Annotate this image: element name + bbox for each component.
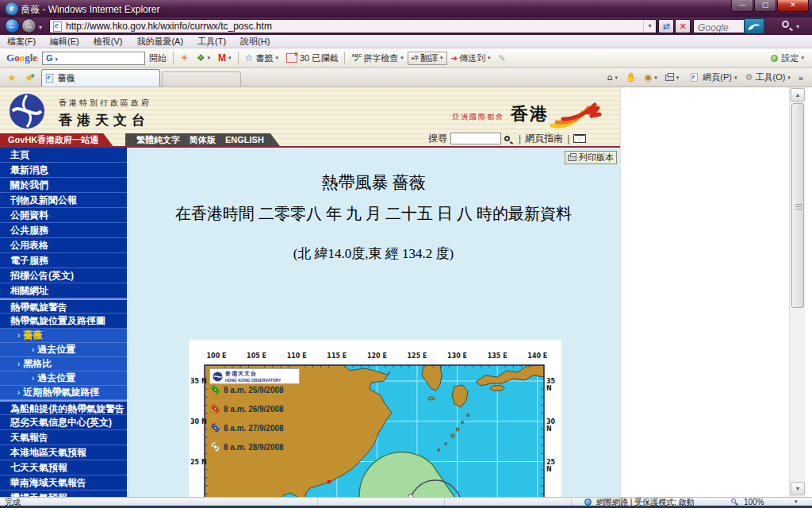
- sidebar-item[interactable]: 為船舶提供的熱帶氣旋警告: [0, 400, 127, 415]
- address-input[interactable]: [66, 21, 643, 32]
- sidebar-subitem[interactable]: ›黑格比: [0, 357, 127, 371]
- menu-item[interactable]: 說明(H): [233, 36, 277, 48]
- highlight-icon[interactable]: ✎: [495, 53, 510, 64]
- google-search-field[interactable]: G: [42, 52, 145, 65]
- cyclone-symbol-icon: [211, 384, 220, 397]
- contact-mail-icon[interactable]: [573, 134, 586, 143]
- google-start-button[interactable]: 開始: [145, 52, 170, 64]
- brand-tagline: 亞洲國際都會: [452, 112, 504, 122]
- address-bar[interactable]: ▾: [49, 19, 657, 33]
- sidebar-item[interactable]: 關於我們: [0, 178, 127, 193]
- zoom-dropdown-icon[interactable]: ▾: [795, 498, 798, 505]
- add-favorite-icon[interactable]: ★: [21, 71, 38, 85]
- tab-active[interactable]: 薔薇: [41, 69, 160, 87]
- hko-logo: [8, 92, 46, 133]
- menu-item[interactable]: 工具(T): [190, 36, 233, 48]
- submenu-arrow-icon: ›: [32, 374, 34, 383]
- storm-subtitle: 在香港時間 二零零八 年 九 月 二十五 日 八 時的最新資料: [127, 203, 620, 225]
- sidebar-subitem[interactable]: ›過去位置: [0, 371, 127, 386]
- close-button[interactable]: ✕: [777, 0, 809, 12]
- language-tab[interactable]: ENGLISH: [225, 133, 264, 146]
- scrollbar-thumb[interactable]: [791, 103, 804, 308]
- sidebar-item[interactable]: 華南海域天氣報告: [0, 475, 127, 491]
- favorites-star-icon[interactable]: ★: [3, 71, 21, 85]
- zoom-icon: [731, 498, 736, 503]
- quick-tabs-icon[interactable]: ✋: [622, 72, 641, 83]
- search-go-icon[interactable]: [782, 21, 789, 28]
- google-g-icon[interactable]: G: [43, 53, 59, 63]
- govhk-tab[interactable]: GovHK香港政府一站通: [0, 133, 113, 146]
- lon-label: 135 E: [488, 352, 508, 360]
- sidebar-item[interactable]: 主頁: [0, 148, 127, 163]
- tools-menu-button[interactable]: ⚙ 工具(O): [741, 71, 795, 83]
- apps-icon[interactable]: ❖: [193, 52, 214, 64]
- address-dropdown-icon[interactable]: ▾: [643, 20, 656, 33]
- home-button[interactable]: ⌂: [603, 72, 622, 83]
- site-title: 香港天文台: [59, 111, 151, 129]
- refresh-button[interactable]: ⇄: [658, 19, 674, 33]
- stop-button[interactable]: ✕: [675, 19, 691, 33]
- overflow-chevron-icon[interactable]: »: [795, 73, 807, 83]
- sidebar-item[interactable]: 刊物及新聞公報: [0, 193, 127, 208]
- sidebar-item[interactable]: 電子服務: [0, 253, 127, 268]
- bookmarks-button[interactable]: ☆ 書籤: [241, 52, 282, 64]
- lon-label: 105 E: [247, 352, 266, 360]
- vertical-scrollbar[interactable]: ▲ ▼: [789, 87, 805, 497]
- legend-label: 8 a.m. 28/9/2008: [224, 443, 284, 452]
- site-search-icon[interactable]: [504, 136, 510, 141]
- sidebar-subitem[interactable]: ›薔薇: [0, 329, 127, 343]
- send-to-button[interactable]: ➜傳送到: [447, 52, 495, 64]
- sidebar-subitem[interactable]: ›過去位置: [0, 343, 127, 357]
- cyclone-symbol-icon: [211, 403, 220, 416]
- sidebar-item[interactable]: 公用表格: [0, 238, 127, 253]
- sidebar-item[interactable]: 熱帶氣旋警告: [0, 298, 127, 314]
- print-button[interactable]: [661, 75, 684, 81]
- gmail-button[interactable]: M: [214, 52, 236, 64]
- print-version-button[interactable]: 列印版本: [565, 151, 617, 164]
- page-menu-button[interactable]: 網頁(P): [683, 71, 741, 83]
- language-tab[interactable]: 简体版: [190, 133, 216, 146]
- page-viewport: 香港特別行政區政府 香港天文台 亞洲國際都會 香港 搜尋 | 網頁指南 |: [0, 87, 812, 497]
- lon-label: 125 E: [408, 352, 427, 360]
- sidebar-item[interactable]: 公開資料: [0, 208, 127, 223]
- menu-item[interactable]: 檢視(V): [86, 36, 130, 48]
- internet-zone-icon: [584, 498, 592, 506]
- sidebar-item[interactable]: 招標公告(英文): [0, 268, 127, 283]
- lat-label: 35 N: [546, 378, 561, 392]
- ie-icon: e: [6, 2, 18, 15]
- sidebar-item[interactable]: 天氣報告: [0, 430, 127, 445]
- toolbar-settings-button[interactable]: 設定: [771, 52, 812, 64]
- minimize-button[interactable]: —: [731, 0, 753, 12]
- sidebar-item[interactable]: 本港地區天氣預報: [0, 445, 127, 460]
- rss-feed-icon[interactable]: ◉: [641, 72, 661, 83]
- menu-item[interactable]: 編輯(E): [43, 36, 86, 48]
- sidebar-item[interactable]: 相關網址: [0, 283, 127, 298]
- scroll-up-icon[interactable]: ▲: [791, 88, 805, 102]
- menu-item[interactable]: 檔案(F): [0, 36, 43, 48]
- site-search-input[interactable]: [450, 133, 501, 144]
- scroll-down-icon[interactable]: ▼: [791, 482, 805, 495]
- popup-blocker-button[interactable]: 30 已攔截: [282, 52, 342, 64]
- forward-button[interactable]: →: [21, 18, 36, 33]
- sidebar-item[interactable]: 七天天氣預報: [0, 460, 127, 475]
- language-tab[interactable]: 繁體純文字: [136, 133, 180, 146]
- sidebar-item[interactable]: 惡劣天氣信息中心(英文): [0, 415, 127, 430]
- maximize-button[interactable]: ▢: [754, 0, 776, 12]
- site-guide-link[interactable]: 網頁指南: [525, 132, 563, 145]
- typhoon-track-map: 100 E105 E110 E115 E120 E125 E130 E135 E…: [189, 340, 561, 497]
- history-dropdown-icon[interactable]: ▾: [39, 24, 42, 31]
- translate-button[interactable]: a字翻譯: [408, 52, 447, 65]
- cyclone-symbol-icon: [211, 422, 220, 435]
- sidebar-subitem[interactable]: ›近期熱帶氣旋路徑: [0, 386, 127, 400]
- sidebar-item[interactable]: 公共服務: [0, 223, 127, 238]
- bird-toolbar-icon[interactable]: [744, 18, 764, 34]
- menu-item[interactable]: 我的最愛(A): [129, 36, 190, 48]
- sidebar-item[interactable]: 熱帶氣旋位置及路徑圖: [0, 314, 127, 329]
- spellcheck-button[interactable]: ABC✓拼字檢查: [347, 52, 408, 64]
- sidebar-item[interactable]: 機場天氣預報: [0, 491, 127, 497]
- tab-stub[interactable]: [162, 71, 241, 87]
- back-button[interactable]: ←: [5, 18, 20, 33]
- search-dropdown-icon[interactable]: ▾: [796, 23, 799, 30]
- news-icon[interactable]: ☀: [176, 52, 193, 64]
- sidebar-item[interactable]: 最新消息: [0, 163, 127, 178]
